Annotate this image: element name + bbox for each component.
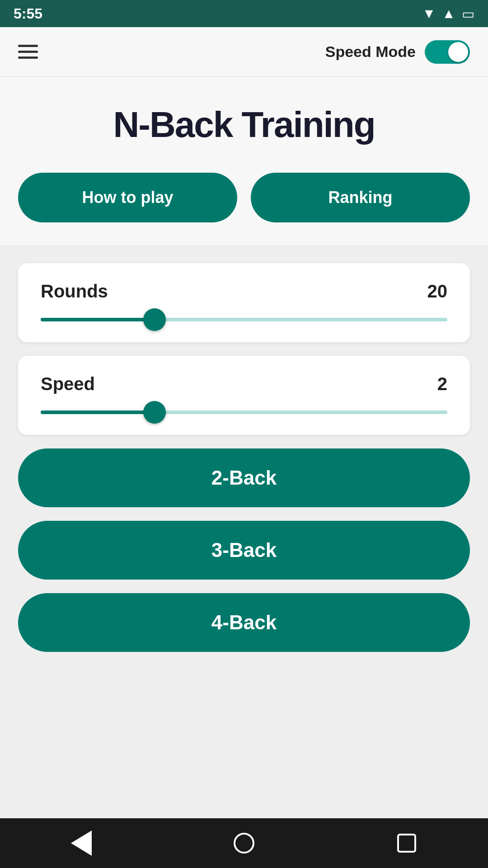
home-nav-button[interactable] (226, 825, 262, 861)
toggle-slider (425, 40, 470, 64)
status-time: 5:55 (14, 5, 42, 22)
back-nav-button[interactable] (63, 825, 99, 861)
rounds-label: Rounds (41, 281, 108, 302)
hamburger-line-3 (18, 57, 38, 59)
two-back-button[interactable]: 2-Back (18, 448, 470, 507)
rounds-slider[interactable] (41, 315, 447, 324)
ranking-button[interactable]: Ranking (251, 173, 470, 222)
three-back-button[interactable]: 3-Back (18, 521, 470, 580)
main-content: Rounds 20 Speed 2 2-Back 3-Back 4-Back (0, 245, 488, 818)
four-back-button[interactable]: 4-Back (18, 593, 470, 652)
signal-icon: ▲ (442, 6, 455, 21)
hamburger-line-1 (18, 45, 38, 47)
nav-bar (0, 818, 488, 868)
rounds-track (41, 318, 447, 321)
hamburger-line-2 (18, 51, 38, 53)
app-title: N-Back Training (113, 104, 375, 146)
speed-fill (41, 410, 155, 414)
speed-mode-container: Speed Mode (325, 40, 470, 64)
rounds-card: Rounds 20 (18, 263, 470, 342)
how-to-play-button[interactable]: How to play (18, 173, 237, 222)
speed-mode-label: Speed Mode (325, 43, 416, 61)
hero-section: N-Back Training How to play Ranking (0, 77, 488, 245)
battery-icon: ▭ (462, 6, 474, 22)
home-icon (234, 833, 254, 854)
speed-thumb[interactable] (143, 401, 166, 424)
rounds-value: 20 (427, 281, 448, 302)
speed-value: 2 (437, 374, 447, 394)
wifi-icon: ▼ (422, 6, 436, 21)
speed-track (41, 410, 447, 414)
back-icon (71, 830, 92, 856)
speed-card: Speed 2 (18, 356, 470, 435)
toggle-knob (448, 42, 468, 62)
speed-label: Speed (41, 374, 95, 394)
hero-buttons: How to play Ranking (18, 173, 470, 222)
menu-button[interactable] (18, 45, 38, 59)
rounds-header: Rounds 20 (41, 281, 447, 302)
speed-header: Speed 2 (41, 374, 447, 394)
rounds-fill (41, 318, 155, 321)
recents-icon (397, 834, 416, 853)
speed-mode-toggle[interactable] (425, 40, 470, 64)
top-bar: Speed Mode (0, 27, 488, 77)
rounds-thumb[interactable] (143, 308, 166, 331)
speed-slider[interactable] (41, 408, 447, 417)
status-bar: 5:55 ▼ ▲ ▭ (0, 0, 488, 27)
status-icons: ▼ ▲ ▭ (422, 6, 474, 22)
recents-nav-button[interactable] (389, 825, 425, 861)
